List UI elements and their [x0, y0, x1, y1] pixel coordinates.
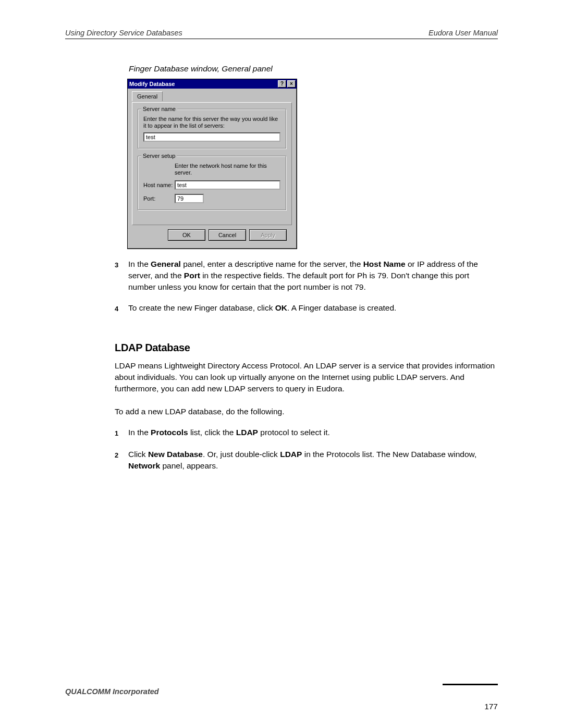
server-name-group: Server name Enter the name for this serv…	[138, 109, 286, 149]
dialog-title: Modify Database	[129, 81, 175, 87]
ldap-intro-para: LDAP means Lightweight Directory Access …	[115, 360, 498, 394]
host-name-input[interactable]	[175, 180, 280, 190]
footer-page-number: 177	[484, 702, 498, 711]
server-setup-help: Enter the network host name for this ser…	[175, 163, 280, 176]
modify-database-dialog: Modify Database ? × General Server name …	[127, 79, 297, 249]
step-body: In the General panel, enter a descriptiv…	[128, 258, 498, 293]
server-name-legend: Server name	[141, 106, 177, 112]
step-body: In the Protocols list, click the LDAP pr…	[128, 427, 498, 439]
ldap-instruction-para: To add a new LDAP database, do the follo…	[115, 406, 498, 417]
port-label: Port:	[143, 195, 175, 202]
port-input[interactable]	[175, 194, 204, 203]
header-right: Eudora User Manual	[429, 29, 498, 37]
apply-button[interactable]: Apply	[249, 229, 287, 241]
help-icon[interactable]: ?	[278, 80, 286, 88]
host-name-label: Host name:	[143, 182, 175, 188]
steps-b: 1In the Protocols list, click the LDAP p…	[115, 427, 498, 472]
step-body: Click New Database. Or, just double-clic…	[128, 449, 498, 472]
step-body: To create the new Finger database, click…	[128, 302, 498, 315]
page-footer: QUALCOMM Incorporated 177	[65, 684, 498, 696]
step-item: 2Click New Database. Or, just double-cli…	[115, 449, 498, 472]
figure-caption: Finger Database window, General panel	[129, 64, 498, 73]
footer-company: QUALCOMM Incorporated	[65, 687, 498, 696]
close-icon[interactable]: ×	[287, 80, 296, 88]
step-item: 4To create the new Finger database, clic…	[115, 302, 498, 315]
step-item: 1In the Protocols list, click the LDAP p…	[115, 427, 498, 439]
header-left: Using Directory Service Databases	[65, 29, 182, 37]
server-setup-legend: Server setup	[141, 153, 177, 159]
tab-general[interactable]: General	[132, 91, 163, 101]
page-header: Using Directory Service Databases Eudora…	[65, 29, 498, 39]
ok-button[interactable]: OK	[168, 229, 205, 241]
step-number: 1	[115, 427, 128, 439]
section-title-ldap: LDAP Database	[115, 342, 498, 354]
step-number: 3	[115, 258, 128, 293]
step-number: 4	[115, 302, 128, 315]
cancel-button[interactable]: Cancel	[209, 229, 246, 241]
step-number: 2	[115, 449, 128, 472]
server-setup-group: Server setup Enter the network host name…	[138, 156, 286, 210]
dialog-titlebar: Modify Database ? ×	[128, 79, 297, 89]
server-name-help: Enter the name for this server the way y…	[143, 116, 280, 129]
steps-a: 3In the General panel, enter a descripti…	[115, 258, 498, 315]
step-item: 3In the General panel, enter a descripti…	[115, 258, 498, 293]
footer-rule	[443, 684, 498, 685]
server-name-input[interactable]	[143, 132, 280, 142]
